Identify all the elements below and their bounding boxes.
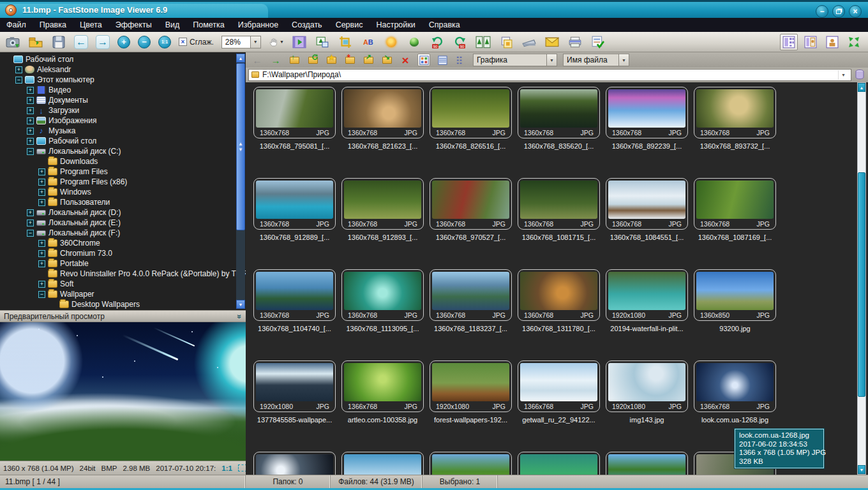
tree-item[interactable]: Portable	[0, 258, 246, 269]
expand-icon[interactable]	[38, 199, 45, 206]
rotate-left-icon[interactable]: 90	[430, 34, 445, 50]
tree-item[interactable]: 360Chrome	[0, 238, 246, 248]
tree-item[interactable]: Пользователи	[0, 197, 246, 207]
file-item[interactable]: 1360x850JPG93200.jpg	[694, 269, 776, 360]
zoom-in-icon[interactable]: +	[117, 36, 130, 48]
file-filter-combo[interactable]: Графика ▼	[473, 54, 557, 66]
back-icon[interactable]: ←	[251, 54, 264, 66]
expand-icon[interactable]	[38, 179, 45, 186]
hand-tool-icon[interactable]: ▼	[269, 34, 284, 50]
expand-icon[interactable]	[27, 87, 34, 94]
adjust-colors-icon[interactable]	[407, 34, 422, 50]
tree-item[interactable]: Документы	[0, 95, 246, 105]
tree-item[interactable]: ♪Музыка	[0, 126, 246, 136]
menu-help[interactable]: Справка	[429, 20, 460, 29]
expand-icon[interactable]	[27, 128, 34, 135]
file-item[interactable]: 1360x768JPG1360x768_821623_[...	[341, 87, 424, 178]
crop-icon[interactable]	[338, 34, 353, 50]
menu-edit[interactable]: Правка	[40, 20, 66, 29]
tree-item[interactable]: Изображения	[0, 115, 246, 126]
collapse-icon[interactable]	[38, 291, 45, 298]
menu-favorites[interactable]: Избранное	[238, 20, 278, 29]
file-item[interactable]: 1360x768JPG1360x768_893732_[...	[694, 87, 776, 178]
menu-effects[interactable]: Эффекты	[116, 20, 152, 29]
menu-colors[interactable]: Цвета	[80, 20, 102, 29]
expand-icon[interactable]	[38, 168, 45, 175]
new-folder-icon[interactable]: *	[343, 54, 356, 66]
tree-scrollbar[interactable]: ▲ ▲▼ ▼	[236, 54, 245, 309]
tree-item[interactable]: Aleksandr	[0, 64, 246, 75]
scroll-up-icon[interactable]: ▲	[858, 83, 865, 92]
collapse-icon[interactable]	[15, 77, 22, 84]
tree-item[interactable]: Soft	[0, 279, 246, 289]
tree-item[interactable]: Revo Uninstaller Pro 4.0.0 RePack (&Port…	[0, 269, 246, 279]
adjust-lighting-icon[interactable]	[384, 34, 399, 50]
file-item[interactable]: 1360x768JPG1360x768_912893_[...	[341, 178, 424, 269]
zoom-out-icon[interactable]: −	[138, 36, 151, 48]
expand-icon[interactable]	[27, 117, 34, 124]
expand-icon[interactable]	[38, 240, 45, 247]
file-item[interactable]: 1360x768JPG1360x768_1183237_[...	[430, 269, 512, 360]
expand-icon[interactable]	[38, 260, 45, 267]
email-icon[interactable]	[544, 34, 560, 50]
file-item[interactable]: 1920x1080JPGforest-wallpapers-192...	[430, 360, 512, 452]
move-to-folder-icon[interactable]: ↗	[362, 54, 375, 66]
menu-tools[interactable]: Сервис	[336, 20, 363, 29]
file-item[interactable]: 1366x768JPGartleo.com-100358.jpg	[341, 360, 424, 452]
expand-icon[interactable]	[27, 107, 34, 114]
sort-combo-arrow-icon[interactable]: ▼	[618, 54, 629, 66]
tree-item[interactable]: Локальный диск (E:)	[0, 218, 246, 228]
tree-item[interactable]: Рабочий стол	[0, 136, 246, 146]
file-item[interactable]: 1360x768JPG1360x768_1081715_[...	[518, 178, 600, 269]
smooth-checkbox[interactable]: ×	[179, 38, 187, 46]
refresh-folder-icon[interactable]	[306, 54, 319, 66]
favorites-folder-icon[interactable]: ★	[325, 54, 338, 66]
address-dropdown-icon[interactable]: ▼	[838, 70, 848, 80]
expand-icon[interactable]	[38, 189, 45, 196]
fullscreen-icon[interactable]	[845, 34, 863, 50]
tree-item[interactable]: ↓Загрузки	[0, 105, 246, 115]
collapse-chevron-icon[interactable]: »	[236, 314, 244, 318]
print-icon[interactable]	[567, 34, 583, 50]
address-field[interactable]: F:\Wallpaper\Природа\ ▼	[248, 69, 851, 81]
menu-view[interactable]: Вид	[165, 20, 180, 29]
file-item[interactable]: 1360x768JPG1360x768_912889_[...	[253, 178, 336, 269]
file-item[interactable]: 1920x1080JPG1377845585-wallpape...	[253, 360, 336, 452]
zoom-combo-arrow-icon[interactable]: ▼	[250, 36, 260, 48]
resize-icon[interactable]	[315, 34, 330, 50]
browser-layout-icon[interactable]	[780, 34, 798, 50]
file-item[interactable]: 1360x768JPG1360x768_892239_[...	[606, 87, 688, 178]
preview-layout-icon[interactable]	[802, 34, 819, 50]
tree-item[interactable]: Chromium 73.0	[0, 248, 246, 258]
tree-item[interactable]: Локальный диск (D:)	[0, 207, 246, 218]
filter-combo-arrow-icon[interactable]: ▼	[546, 54, 557, 66]
expand-icon[interactable]	[15, 66, 22, 73]
delete-icon[interactable]: ×	[399, 54, 412, 66]
previous-image-icon[interactable]: ←	[74, 35, 88, 49]
grid-scrollbar-thumb[interactable]	[858, 172, 865, 397]
tree-item[interactable]: Видео	[0, 85, 246, 95]
forward-icon[interactable]: →	[269, 54, 282, 66]
menu-file[interactable]: Файл	[6, 20, 26, 29]
close-button[interactable]: ×	[849, 5, 862, 18]
next-image-icon[interactable]: →	[96, 35, 110, 49]
expand-icon[interactable]	[27, 97, 34, 104]
copy-to-folder-icon[interactable]: ↘	[380, 54, 393, 66]
file-item[interactable]: 1366x768JPGgetwall_ru_22_94122...	[518, 360, 600, 452]
file-item[interactable]: 1360x768JPG1360x768_835620_[...	[518, 87, 600, 178]
tree-item[interactable]: Рабочий стол	[0, 54, 246, 64]
open-folder-icon[interactable]	[28, 34, 43, 50]
tree-item[interactable]: Downloads	[0, 156, 246, 167]
tree-item[interactable]: Desktop Wallpapers	[0, 299, 246, 309]
scroll-down-icon[interactable]: ▼	[236, 300, 245, 309]
file-item[interactable]	[253, 452, 336, 475]
restore-button[interactable]	[832, 5, 845, 18]
scroll-down-icon[interactable]: ▼	[858, 465, 865, 474]
image-view-icon[interactable]	[823, 34, 841, 50]
scan-icon[interactable]	[521, 34, 537, 50]
file-item[interactable]: 1920x1080JPGimg143.jpg	[606, 360, 688, 452]
recycle-bin-icon[interactable]	[854, 69, 865, 80]
draw-board-icon[interactable]: AB	[361, 34, 376, 50]
copy-move-icon[interactable]	[498, 34, 514, 50]
file-item[interactable]: 1360x768JPG1360x768_1084551_[...	[606, 178, 688, 269]
